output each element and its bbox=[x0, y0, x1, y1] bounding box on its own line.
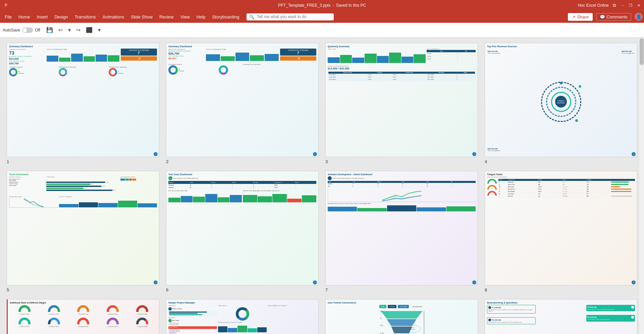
slide-container-12: Brainstorming & Questions 01. Edit title… bbox=[485, 299, 637, 334]
app-icon: P bbox=[3, 2, 9, 9]
share-icon: ↗ bbox=[572, 14, 576, 19]
slide-4[interactable]: Top Five Revenue Sources SAMPLEHEADING bbox=[485, 43, 637, 157]
slide-6-title: Test Case Dashboard bbox=[168, 173, 316, 176]
slide-7[interactable]: Software Development – Defect Dashboard … bbox=[325, 171, 478, 285]
slide-number-1: 1 bbox=[7, 159, 159, 164]
redo-button[interactable]: ↪ bbox=[74, 25, 83, 35]
slide-container-6: Test Case Dashboard ✓ TEST CASES BY SOFT… bbox=[166, 171, 319, 292]
slide-container-5: Tasks Dashboard PROJECT STATUS Ongoing A… bbox=[7, 171, 159, 292]
filename: PPT_Template_FREE_3.pptx bbox=[278, 3, 331, 8]
slide-grid: Summary Dashboard NUMBER OF CONTRACTS 73… bbox=[7, 43, 637, 334]
slide-6-badge: i bbox=[313, 280, 317, 284]
title-bar: P PPT_Template_FREE_3.pptx - Saved to th… bbox=[0, 0, 644, 11]
search-input[interactable] bbox=[257, 14, 330, 19]
separator: - bbox=[333, 3, 334, 8]
autosave-label: AutoSave bbox=[3, 28, 20, 32]
svg-text:1.5x: 1.5x bbox=[380, 311, 383, 312]
slide-5[interactable]: Tasks Dashboard PROJECT STATUS Ongoing A… bbox=[7, 171, 159, 285]
menu-animations[interactable]: Animations bbox=[99, 12, 127, 21]
comments-icon: 💬 bbox=[600, 14, 605, 19]
window-controls: − ❐ ✕ bbox=[620, 3, 641, 8]
app-name: Hoc Excel Online bbox=[578, 3, 609, 8]
autosave-state: Off bbox=[35, 28, 40, 32]
menu-insert[interactable]: Insert bbox=[34, 12, 51, 21]
slide-number-6: 6 bbox=[166, 287, 319, 292]
svg-text:Cloud of: Cloud of bbox=[410, 327, 414, 328]
slide-5-title: Tasks Dashboard bbox=[9, 173, 157, 176]
slide-5-badge: i bbox=[154, 280, 158, 284]
svg-text:Uncertainty: Uncertainty bbox=[409, 329, 415, 330]
menu-transitions[interactable]: Transitions bbox=[71, 12, 99, 21]
slide-number-2: 2 bbox=[166, 159, 319, 164]
slide-12-title: Brainstorming & Questions bbox=[487, 302, 635, 304]
slide-12[interactable]: Brainstorming & Questions 01. Edit title… bbox=[485, 299, 637, 334]
slide-number-3: 3 bbox=[325, 159, 478, 164]
menu-home[interactable]: Home bbox=[15, 12, 34, 21]
svg-marker-1 bbox=[387, 319, 417, 326]
slide-11[interactable]: User Funnel Conversions 2.5k 2-1.5x 1.5-… bbox=[325, 299, 478, 334]
menu-bar-right: ↗ Share 💬 Comments 👤 bbox=[568, 13, 643, 21]
slide-number-5: 5 bbox=[7, 287, 159, 292]
scrollbar-track[interactable] bbox=[639, 38, 644, 334]
slide-11-title: User Funnel Conversions bbox=[328, 302, 476, 304]
slide-4-title: Top Five Revenue Sources bbox=[487, 45, 635, 48]
menu-review[interactable]: Review bbox=[156, 12, 177, 21]
autosave-switch[interactable] bbox=[22, 27, 33, 33]
scrollbar-thumb[interactable] bbox=[640, 38, 644, 65]
slide-3-title: Quarterly Summary bbox=[328, 45, 476, 48]
menu-design[interactable]: Design bbox=[51, 12, 71, 21]
search-icon: 🔍 bbox=[249, 14, 255, 19]
svg-text:1x: 1x bbox=[380, 318, 382, 319]
slide-7-title: Software Development – Defect Dashboard bbox=[328, 173, 476, 176]
slide-6[interactable]: Test Case Dashboard ✓ TEST CASES BY SOFT… bbox=[166, 171, 319, 285]
svg-text:0.5x: 0.5x bbox=[380, 324, 383, 326]
share-button[interactable]: ↗ Share bbox=[568, 13, 593, 21]
slide-container-1: Summary Dashboard NUMBER OF CONTRACTS 73… bbox=[7, 43, 159, 164]
slide-8-title: Triaged Tasks bbox=[487, 173, 635, 176]
slide-number-4: 4 bbox=[485, 159, 637, 164]
restore-button[interactable]: ❐ bbox=[628, 3, 633, 8]
slide-7-badge: i bbox=[472, 280, 476, 284]
svg-marker-0 bbox=[381, 311, 422, 318]
slide-container-11: User Funnel Conversions 2.5k 2-1.5x 1.5-… bbox=[325, 299, 478, 334]
slide-1[interactable]: Summary Dashboard NUMBER OF CONTRACTS 73… bbox=[7, 43, 159, 157]
saved-status: Saved to this PC bbox=[336, 3, 366, 8]
slides-area: Summary Dashboard NUMBER OF CONTRACTS 73… bbox=[0, 38, 644, 334]
slide-2-title: Summary Dashboard bbox=[168, 45, 316, 48]
title-bar-right: Hoc Excel Online ⧉ − ❐ ✕ bbox=[578, 3, 641, 8]
menu-storyboarding[interactable]: Storyboarding bbox=[209, 12, 243, 21]
menu-view[interactable]: View bbox=[177, 12, 193, 21]
slide-8-badge: i bbox=[632, 280, 636, 284]
menu-slideshow[interactable]: Slide Show bbox=[127, 12, 156, 21]
svg-text:0.25x: 0.25x bbox=[380, 332, 384, 334]
slide-8[interactable]: Triaged Tasks LIST OF PROJECT PRIORITIES bbox=[485, 171, 637, 285]
slide-number-7: 7 bbox=[325, 287, 478, 292]
menu-help[interactable]: Help bbox=[193, 12, 209, 21]
slide-2[interactable]: Summary Dashboard AMOUNT OF CONTRACTS RE… bbox=[166, 43, 319, 157]
search-bar: 🔍 bbox=[247, 13, 334, 20]
more-button[interactable]: ▾ bbox=[96, 25, 103, 35]
close-button[interactable]: ✕ bbox=[636, 3, 641, 8]
slide-1-title: Summary Dashboard bbox=[9, 45, 157, 48]
save-button[interactable]: 💾 bbox=[44, 25, 55, 35]
slide-10-title: Simple Project Manager bbox=[168, 302, 316, 304]
slide-9-title: Additional Dials at Different Stages bbox=[10, 302, 157, 304]
minimize-button[interactable]: − bbox=[620, 3, 625, 8]
slide-10[interactable]: Simple Project Manager Timelines ✓ Proje… bbox=[166, 299, 319, 334]
slide-container-8: Triaged Tasks LIST OF PROJECT PRIORITIES bbox=[485, 171, 637, 292]
slide-container-9: Additional Dials at Different Stages Com… bbox=[7, 299, 159, 334]
menu-file[interactable]: File bbox=[1, 12, 15, 21]
slide-container-7: Software Development – Defect Dashboard … bbox=[325, 171, 478, 292]
undo-dropdown[interactable]: ▾ bbox=[66, 25, 73, 35]
autosave-toggle[interactable]: AutoSave Off bbox=[3, 27, 40, 33]
slide-9[interactable]: Additional Dials at Different Stages Com… bbox=[7, 299, 159, 334]
slide-container-4: Top Five Revenue Sources SAMPLEHEADING bbox=[485, 43, 637, 164]
slide-container-3: Quarterly Summary CASH FLOW bbox=[325, 43, 478, 164]
user-icon: 👤 bbox=[635, 13, 643, 21]
undo-button[interactable]: ↩ bbox=[56, 25, 65, 35]
comments-button[interactable]: 💬 Comments bbox=[596, 13, 631, 21]
present-button[interactable]: ⬛ bbox=[84, 25, 95, 35]
menu-bar: File Home Insert Design Transitions Anim… bbox=[0, 11, 644, 23]
restore-icon: ⧉ bbox=[613, 3, 616, 8]
slide-3[interactable]: Quarterly Summary CASH FLOW bbox=[325, 43, 478, 157]
